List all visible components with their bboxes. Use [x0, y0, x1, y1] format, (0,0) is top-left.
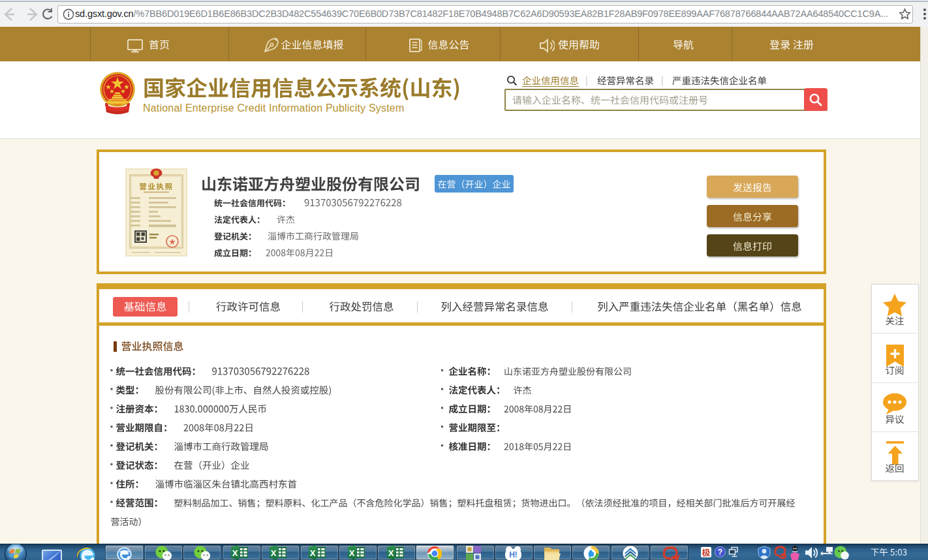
svg-text:X: X	[232, 548, 238, 558]
svg-text:H!: H!	[509, 550, 518, 559]
svg-text:?: ?	[718, 548, 722, 557]
